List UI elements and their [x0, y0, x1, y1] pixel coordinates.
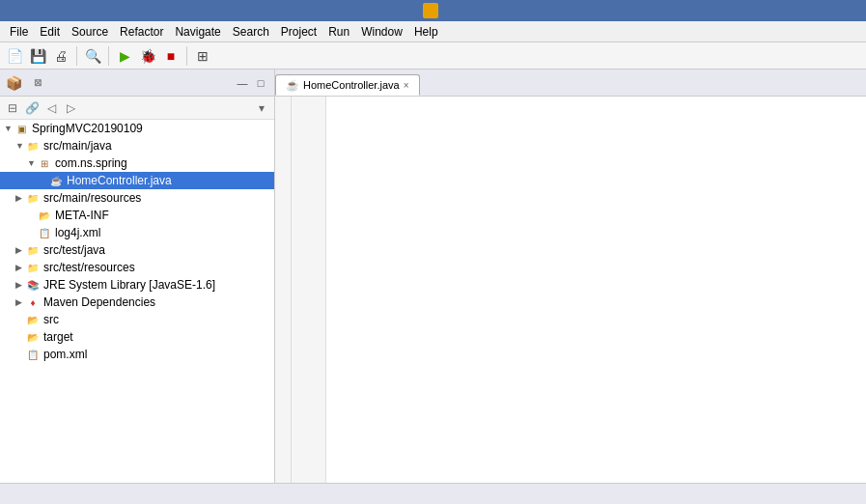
tree-node-icon: 📁 [25, 190, 41, 206]
toolbar-new-btn[interactable]: 📄 [4, 45, 25, 67]
pe-collapse-btn[interactable]: ⊟ [4, 99, 21, 117]
menu-item-edit[interactable]: Edit [34, 23, 66, 41]
pe-controls: — □ [235, 75, 268, 91]
tree-arrow: ▶ [15, 193, 25, 203]
code-editor[interactable] [275, 97, 866, 483]
tree-node-icon: 📂 [37, 208, 52, 223]
tree-node-icon: ☕ [48, 173, 64, 188]
tree-node-label: META-INF [55, 209, 109, 222]
toolbar: 📄 💾 🖨 🔍 ▶ 🐞 ■ ⊞ [0, 42, 866, 70]
tree-node-icon: ▣ [14, 121, 29, 136]
tree-item[interactable]: ▼⊞com.ns.spring [0, 154, 274, 172]
menu-item-source[interactable]: Source [66, 23, 114, 41]
tree-item[interactable]: ▶♦Maven Dependencies [0, 294, 274, 311]
tree-node-label: log4j.xml [55, 226, 100, 239]
tree-item[interactable]: ▶📁src/main/resources [0, 189, 274, 207]
toolbar-perspective-btn[interactable]: ⊞ [192, 45, 213, 67]
tree-node-label: src/main/java [43, 139, 112, 153]
bottom-panel [0, 483, 866, 504]
tree-node-label: com.ns.spring [55, 156, 127, 170]
menu-item-run[interactable]: Run [322, 23, 355, 41]
package-explorer: 📦 ⊠ — □ ⊟ 🔗 ◁ ▷ ▾ ▼▣SpringMVC20190109▼📁s… [0, 70, 275, 483]
tree-node-label: src/test/java [43, 243, 105, 257]
gutter-marker [275, 97, 291, 114]
editor-tabs: ☕HomeController.java× [275, 70, 866, 97]
tree-arrow: ▼ [15, 141, 25, 151]
menu-item-navigate[interactable]: Navigate [169, 23, 226, 41]
pe-maximize-btn[interactable]: □ [253, 75, 268, 91]
toolbar-sep-1 [76, 46, 77, 66]
tree-node-icon: 📚 [25, 277, 41, 293]
tree-node-label: src [43, 313, 59, 326]
menu-item-window[interactable]: Window [355, 23, 408, 41]
pe-link-btn[interactable]: 🔗 [23, 99, 41, 117]
tree-node-icon: 📋 [37, 225, 52, 240]
pe-minimize-btn[interactable]: — [235, 75, 250, 91]
pe-tree: ▼▣SpringMVC20190109▼📁src/main/java▼⊞com.… [0, 120, 274, 483]
menu-item-refactor[interactable]: Refactor [114, 23, 169, 41]
tree-node-label: src/main/resources [43, 191, 141, 205]
tree-node-label: Maven Dependencies [43, 295, 155, 309]
tree-node-icon: 📁 [25, 242, 41, 258]
tree-node-icon: 📂 [25, 329, 41, 345]
line-numbers [292, 97, 326, 483]
tree-item[interactable]: ▶📁src/test/java [0, 241, 274, 259]
menu-item-search[interactable]: Search [227, 23, 275, 41]
toolbar-print-btn[interactable]: 🖨 [50, 45, 71, 67]
menu-item-project[interactable]: Project [275, 23, 322, 41]
title-bar [0, 0, 866, 21]
pe-toolbar: ⊟ 🔗 ◁ ▷ ▾ [0, 97, 274, 120]
tree-item[interactable]: ▶📁src/test/resources [0, 259, 274, 276]
editor-tab[interactable]: ☕HomeController.java× [275, 74, 420, 96]
pe-title: 📦 ⊠ [6, 75, 42, 91]
tree-node-icon: 📋 [25, 347, 41, 362]
toolbar-debug-btn[interactable]: 🐞 [137, 45, 158, 67]
tree-node-icon: 📁 [25, 260, 41, 275]
tree-arrow: ▶ [15, 280, 25, 290]
tree-node-icon: ⊞ [37, 155, 52, 171]
toolbar-stop-btn[interactable]: ■ [160, 45, 182, 67]
toolbar-sep-3 [186, 46, 187, 66]
code-lines[interactable] [326, 97, 866, 483]
tree-node-label: HomeController.java [67, 174, 172, 187]
tree-node-label: pom.xml [43, 348, 87, 361]
toolbar-search-btn[interactable]: 🔍 [82, 45, 103, 67]
main-layout: 📦 ⊠ — □ ⊟ 🔗 ◁ ▷ ▾ ▼▣SpringMVC20190109▼📁s… [0, 70, 866, 483]
pe-viewmenu-btn[interactable]: ▾ [253, 99, 270, 117]
tree-item[interactable]: 📋log4j.xml [0, 224, 274, 241]
tree-node-label: JRE System Library [JavaSE-1.6] [43, 278, 215, 292]
tree-item[interactable]: ▶📚JRE System Library [JavaSE-1.6] [0, 276, 274, 294]
tab-close-btn[interactable]: × [404, 80, 409, 91]
pe-back-btn[interactable]: ◁ [42, 99, 60, 117]
menu-bar: FileEditSourceRefactorNavigateSearchProj… [0, 21, 866, 42]
menu-item-file[interactable]: File [4, 23, 34, 41]
app-icon [423, 3, 438, 18]
gutter-area [275, 97, 292, 483]
pe-forward-btn[interactable]: ▷ [62, 99, 79, 117]
tree-node-icon: 📂 [25, 312, 41, 327]
toolbar-run-btn[interactable]: ▶ [114, 45, 135, 67]
tree-item[interactable]: 📂META-INF [0, 207, 274, 224]
tree-item[interactable]: 📂target [0, 328, 274, 346]
tab-icon: ☕ [286, 79, 299, 92]
tree-arrow: ▶ [15, 297, 25, 307]
tree-node-label: target [43, 330, 73, 344]
editor-area: ☕HomeController.java× [275, 70, 866, 483]
toolbar-save-btn[interactable]: 💾 [27, 45, 48, 67]
tree-node-icon: ♦ [25, 294, 41, 310]
tree-node-icon: 📁 [25, 138, 41, 154]
tree-node-label: SpringMVC20190109 [32, 122, 143, 135]
tree-node-label: src/test/resources [43, 261, 135, 274]
tree-item[interactable]: ☕HomeController.java [0, 172, 274, 189]
tab-label: HomeController.java [303, 79, 400, 91]
tree-arrow: ▶ [15, 263, 25, 272]
tree-item[interactable]: ▼▣SpringMVC20190109 [0, 120, 274, 137]
tree-item[interactable]: ▼📁src/main/java [0, 137, 274, 154]
menu-item-help[interactable]: Help [408, 23, 444, 41]
pe-header: 📦 ⊠ — □ [0, 70, 274, 97]
tree-arrow: ▼ [27, 158, 37, 168]
toolbar-sep-2 [108, 46, 109, 66]
tree-item[interactable]: 📂src [0, 311, 274, 328]
tree-item[interactable]: 📋pom.xml [0, 346, 274, 363]
tree-arrow: ▶ [15, 245, 25, 255]
